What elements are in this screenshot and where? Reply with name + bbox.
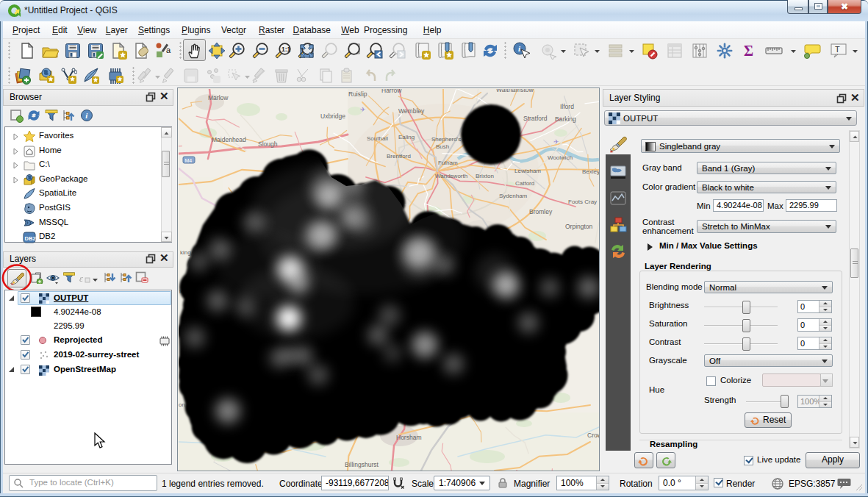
svg-text:ε: ε (79, 273, 84, 284)
svg-text:1:1: 1:1 (281, 46, 291, 53)
svg-text:DB2: DB2 (25, 235, 36, 242)
svg-text:a: a (166, 46, 171, 54)
svg-text:Σ: Σ (744, 43, 753, 59)
svg-text:T: T (835, 45, 840, 54)
